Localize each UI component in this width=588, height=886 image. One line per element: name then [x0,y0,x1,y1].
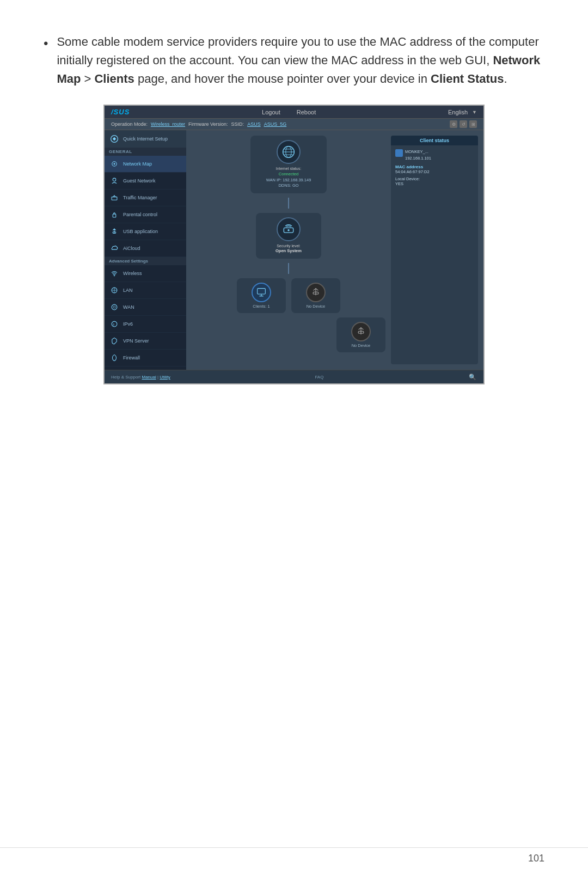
sidebar-item-firewall[interactable]: Firewall [105,350,186,366]
quick-internet-setup[interactable]: Quick Internet Setup [105,130,186,148]
svg-point-8 [112,304,117,310]
ddns-line: DDNS: GO [266,183,311,189]
usb-node-1[interactable]: No Device [291,278,340,313]
quick-setup-label: Quick Internet Setup [123,136,168,142]
router-statusbar: Operation Mode: Wireless_router Firmware… [105,119,483,130]
client-status-content: MONKEY_... 192.168.1.101 MAC address 54:… [391,145,478,190]
guest-network-icon [109,175,120,186]
bullet-dot: • [44,34,48,88]
status-icon-1: ⚙ [450,120,457,128]
traffic-manager-label: Traffic Manager [123,195,157,201]
mac-address-label: MAC address [395,164,474,169]
sidebar-item-network-map[interactable]: Network Map [105,156,186,173]
mac-address-value: 54:04:A6:67:97:D2 [395,169,474,174]
router-node[interactable]: Security level: Open System [256,213,321,259]
bottom-nodes-row1: Clients: 1 No Device [237,278,340,313]
mac-section: MAC address 54:04:A6:67:97:D2 Local Devi… [395,164,474,186]
bottombar-help: Help & Support Manual | Utility [111,375,170,380]
language-select[interactable]: English [448,109,468,115]
svg-text:6: 6 [113,323,114,326]
client-device-icon [395,149,403,157]
ssid-value1[interactable]: ASUS [247,121,261,127]
status-icon-2: ↺ [460,120,467,128]
ssid-label: SSID: [231,121,244,127]
network-map-area: Internet status: Connected WAN IP: 192.1… [192,136,385,364]
svg-point-6 [114,275,115,276]
sidebar-item-lan[interactable]: LAN [105,282,186,299]
bullet-section: • Some cable modem service providers req… [44,33,544,88]
ddns-label: DDNS: [278,183,291,188]
sidebar-item-parental-control[interactable]: Parental control [105,206,186,223]
clients-icon [252,283,271,302]
topbar-center: Logout Reboot [262,109,316,115]
network-map-icon [109,158,120,169]
lan-icon [109,285,120,296]
svg-point-3 [113,178,116,181]
firewall-label: Firewall [123,355,140,361]
lan-label: LAN [123,288,133,294]
administration-icon [109,369,120,370]
sidebar-item-guest-network[interactable]: Guest Network [105,173,186,190]
page-number: 101 [528,853,544,864]
router-main: Quick Internet Setup General Network Map [105,130,483,370]
local-device-value: YES [395,181,474,186]
sidebar-item-wan[interactable]: WAN [105,299,186,316]
wireless-label: Wireless [123,271,142,277]
page-content: • Some cable modem service providers req… [0,0,588,428]
svg-point-2 [114,163,115,165]
internet-node[interactable]: Internet status: Connected WAN IP: 192.1… [250,136,327,193]
connector-1 [288,198,289,209]
local-device-label: Local Device: [395,176,474,181]
general-section-header: General [105,148,186,156]
traffic-manager-icon [109,192,120,203]
router-sidebar: Quick Internet Setup General Network Map [105,130,186,370]
wan-ip-line: WAN IP: 192.168.39.149 [266,178,311,184]
firewall-icon [109,352,120,363]
wireless-icon [109,268,120,279]
clients-bold: Clients [94,72,134,85]
internet-status-label: Internet status: [266,166,311,172]
quick-setup-icon [109,133,120,144]
router-bottombar: Help & Support Manual | Utility FAQ 🔍 [105,370,483,383]
logout-button[interactable]: Logout [262,109,280,115]
svg-rect-4 [112,197,117,200]
sidebar-item-aicloud[interactable]: AiCloud [105,240,186,257]
usb-application-icon [109,226,120,237]
client-device-details: MONKEY_... 192.168.1.101 [405,149,431,161]
svg-point-17 [287,229,289,231]
reboot-button[interactable]: Reboot [297,109,316,115]
sidebar-item-usb-application[interactable]: USB application [105,223,186,240]
search-icon[interactable]: 🔍 [468,372,477,381]
no-device-label-2: No Device [352,343,371,348]
manual-link[interactable]: Manual [142,375,156,380]
usb-application-label: USB application [123,229,158,235]
wireless-router-link[interactable]: Wireless_router [151,121,185,127]
utility-link[interactable]: Utility [160,375,170,380]
faq-text[interactable]: FAQ [315,375,323,380]
sidebar-item-ipv6[interactable]: 6 IPv6 [105,316,186,333]
ssid-value2[interactable]: ASUS_5G [264,121,287,127]
clients-label: Clients: 1 [253,304,270,309]
sidebar-item-administration[interactable]: Administration [105,366,186,370]
sidebar-item-traffic-manager[interactable]: Traffic Manager [105,190,186,206]
usb-node-2[interactable]: No Device [336,317,385,352]
advanced-settings-header: Advanced Settings [105,257,186,265]
clients-count-label: Clients: [253,304,266,309]
aicloud-label: AiCloud [123,246,140,252]
internet-status-info: Internet status: Connected WAN IP: 192.1… [266,166,311,188]
usb-row2: No Device [336,317,385,352]
client-device-ip: 192.168.1.101 [405,155,431,161]
router-icon [277,217,301,241]
client-row-1: MONKEY_... 192.168.1.101 [395,149,474,161]
svg-rect-5 [113,215,116,218]
wan-ip-label: WAN IP: [266,178,281,182]
sidebar-item-vpn-server[interactable]: VPN Server [105,333,186,350]
status-icon-3: ⊞ [469,120,477,128]
wan-ip-value: 192.168.39.149 [283,178,311,182]
clients-node[interactable]: Clients: 1 [237,278,286,313]
sidebar-item-wireless[interactable]: Wireless [105,265,186,282]
vpn-server-icon [109,335,120,346]
client-status-panel: Client status MONKEY_... 192.168.1.101 M… [391,136,478,364]
client-status-header: Client status [391,136,478,145]
aicloud-icon [109,243,120,254]
